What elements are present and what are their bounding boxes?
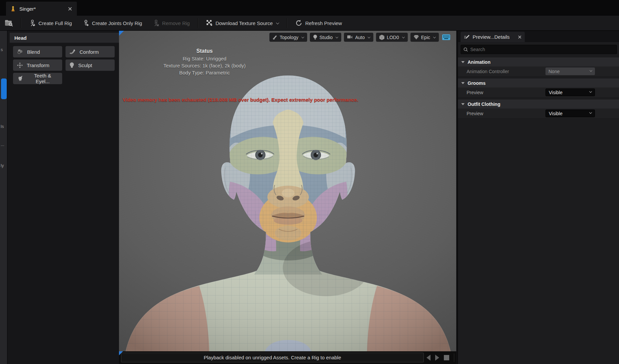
tab-preview-details[interactable]: Preview...Details bbox=[461, 32, 525, 42]
grooms-preview-row: Preview Visible bbox=[458, 87, 619, 98]
lightbulb-icon bbox=[313, 35, 317, 40]
transform-move-icon bbox=[17, 62, 23, 68]
animation-section-title: Animation bbox=[468, 59, 490, 65]
body-type-line: Body Type: Parametric bbox=[148, 69, 261, 76]
conform-button[interactable]: Conform bbox=[66, 46, 115, 57]
toolbar-separator bbox=[198, 18, 198, 28]
caret-down-icon bbox=[461, 103, 465, 105]
browse-to-asset-button[interactable] bbox=[0, 16, 18, 30]
search-input[interactable] bbox=[470, 47, 614, 52]
viewport-focus-corner bbox=[119, 351, 123, 355]
collapsed-sidebar: s ls ... ly bbox=[0, 31, 7, 364]
stop-button[interactable] bbox=[444, 355, 449, 360]
lod-dropdown[interactable]: LOD0 bbox=[376, 33, 408, 42]
tooth-icon bbox=[17, 76, 23, 81]
section-animation[interactable]: Animation bbox=[458, 57, 619, 66]
remove-rig-button[interactable]: Remove Rig bbox=[147, 16, 195, 30]
viewport-focus-corner bbox=[119, 31, 124, 36]
outfit-clothing-section-title: Outfit Clothing bbox=[468, 102, 500, 107]
sidebar-selected-indicator[interactable] bbox=[1, 78, 7, 99]
details-tab-close-icon[interactable] bbox=[518, 35, 521, 39]
teeth-eyelashes-label: Teeth & Eyel... bbox=[27, 73, 58, 84]
auto-label: Auto bbox=[355, 35, 365, 40]
topology-label: Topology bbox=[280, 35, 298, 40]
toolbar-separator bbox=[287, 18, 287, 28]
tab-close-icon[interactable] bbox=[67, 6, 73, 12]
outfit-preview-dropdown[interactable]: Visible bbox=[545, 110, 595, 117]
tab-singer[interactable]: Singer* bbox=[6, 2, 77, 16]
playback-separator bbox=[454, 353, 454, 362]
grooms-section-title: Grooms bbox=[468, 80, 486, 86]
asset-tab-bar: Singer* bbox=[0, 0, 619, 16]
chevron-down-icon bbox=[590, 69, 592, 71]
details-tab-label: Preview...Details bbox=[473, 34, 515, 40]
metahuman-editor-window: Singer* Create Full Rig Create Joints On… bbox=[0, 0, 619, 364]
refresh-preview-label: Refresh Preview bbox=[305, 20, 342, 26]
refresh-preview-button[interactable]: Refresh Preview bbox=[290, 16, 347, 30]
step-back-button[interactable] bbox=[426, 355, 430, 361]
chevron-down-icon bbox=[276, 21, 279, 24]
refresh-icon bbox=[295, 19, 302, 27]
create-full-rig-button[interactable]: Create Full Rig bbox=[24, 16, 77, 30]
chevron-down-icon bbox=[336, 35, 338, 38]
studio-label: Studio bbox=[320, 35, 333, 40]
playback-disabled-message: Playback disabled on unrigged Assets. Cr… bbox=[121, 353, 424, 362]
epic-label: Epic bbox=[421, 35, 430, 40]
keyboard-shortcuts-icon[interactable] bbox=[442, 34, 451, 41]
create-joints-only-rig-label: Create Joints Only Rig bbox=[92, 20, 142, 26]
main-toolbar: Create Full Rig Create Joints Only Rig R… bbox=[0, 16, 619, 31]
search-icon bbox=[464, 47, 468, 52]
status-title: Status bbox=[148, 48, 261, 54]
topology-dropdown[interactable]: Topology bbox=[269, 33, 307, 42]
auto-quality-dropdown[interactable]: Auto bbox=[344, 33, 373, 42]
details-search[interactable] bbox=[461, 45, 617, 54]
cube-icon bbox=[379, 35, 384, 40]
caret-down-icon bbox=[461, 82, 465, 84]
screen-auto-icon bbox=[347, 35, 353, 39]
sculpt-button[interactable]: Sculpt bbox=[66, 59, 115, 71]
gem-icon bbox=[414, 35, 419, 39]
create-full-rig-label: Create Full Rig bbox=[38, 20, 72, 26]
play-button[interactable] bbox=[435, 355, 439, 361]
video-memory-warning: Video memory has been exhausted (218.008… bbox=[123, 97, 370, 103]
viewport-toolbar: Topology Studio Auto bbox=[269, 33, 451, 42]
remove-rig-label: Remove Rig bbox=[162, 20, 190, 26]
grooms-preview-dropdown[interactable]: Visible bbox=[545, 88, 595, 96]
playback-bar: Playback disabled on unrigged Assets. Cr… bbox=[119, 351, 456, 364]
create-joints-only-rig-icon bbox=[83, 20, 89, 26]
teeth-eyelashes-button[interactable]: Teeth & Eyel... bbox=[13, 73, 62, 84]
viewport-3d[interactable]: Topology Studio Auto bbox=[119, 31, 456, 351]
status-block: Status Rig State: Unrigged Texture Sourc… bbox=[148, 48, 261, 76]
metahuman-asset-icon bbox=[10, 6, 16, 12]
topology-icon bbox=[273, 35, 277, 40]
outfit-preview-label: Preview bbox=[458, 111, 545, 116]
sidebar-label-fragment: ly bbox=[1, 163, 4, 168]
studio-lighting-dropdown[interactable]: Studio bbox=[310, 33, 342, 42]
animation-controller-row: Animation Controller None bbox=[458, 66, 619, 76]
folder-search-icon bbox=[5, 19, 13, 27]
texture-sources-line: Texture Sources: 1k (face), 2k (body) bbox=[148, 62, 261, 69]
animation-controller-dropdown[interactable]: None bbox=[545, 67, 595, 75]
head-section-title: Head bbox=[14, 35, 27, 41]
section-outfit-clothing[interactable]: Outfit Clothing bbox=[458, 100, 619, 109]
quality-epic-dropdown[interactable]: Epic bbox=[410, 33, 439, 42]
download-texture-source-button[interactable]: Download Texture Source bbox=[201, 16, 284, 30]
head-tools-panel: Head Blend Conform Transform Sculpt bbox=[8, 31, 119, 364]
animation-controller-label: Animation Controller bbox=[458, 69, 545, 74]
chevron-down-icon bbox=[402, 35, 405, 38]
create-joints-only-rig-button[interactable]: Create Joints Only Rig bbox=[77, 16, 147, 30]
sidebar-label-fragment: s bbox=[1, 47, 3, 52]
sidebar-label-fragment: ... bbox=[1, 142, 4, 147]
texture-checkerboard-icon bbox=[206, 20, 213, 26]
section-grooms[interactable]: Grooms bbox=[458, 78, 619, 87]
conform-icon bbox=[70, 49, 76, 54]
transform-button[interactable]: Transform bbox=[13, 59, 62, 71]
head-section-header: Head bbox=[10, 33, 119, 43]
chevron-down-icon bbox=[433, 35, 436, 38]
lod-label: LOD0 bbox=[387, 35, 399, 40]
animation-controller-value: None bbox=[548, 69, 560, 74]
sidebar-label-fragment: ls bbox=[1, 124, 4, 129]
blend-label: Blend bbox=[27, 49, 40, 55]
transform-label: Transform bbox=[27, 62, 49, 68]
blend-button[interactable]: Blend bbox=[13, 46, 62, 57]
